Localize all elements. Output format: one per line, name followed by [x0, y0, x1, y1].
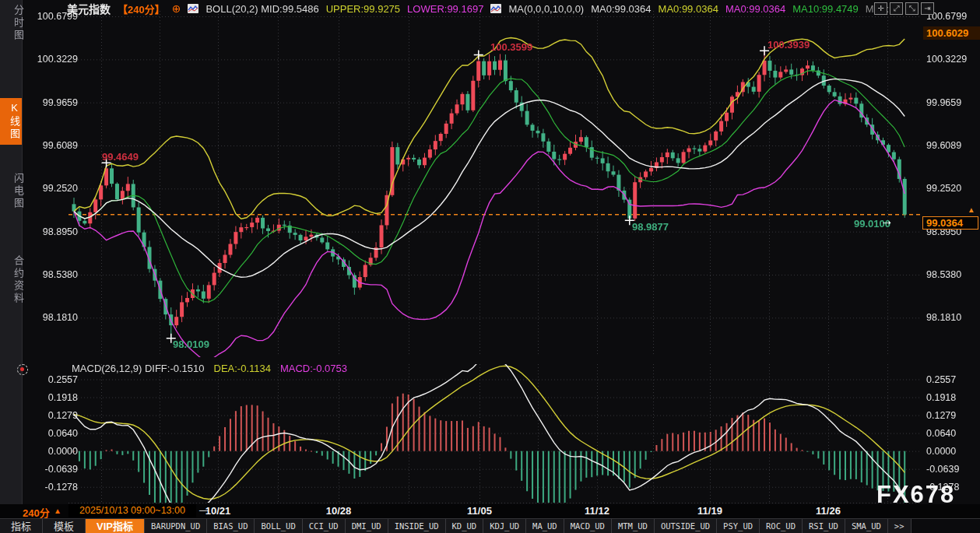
sidebar-item-contract-info[interactable]: 合约资料 — [4, 255, 26, 305]
tab-inside_ud[interactable]: INSIDE_UD — [388, 519, 446, 533]
macd-axis-label-right: 0.1918 — [926, 391, 979, 404]
price-axis-label-left: 98.8950 — [23, 226, 78, 238]
price-annotation: 98.0109 — [173, 338, 209, 350]
price-annotation: 98.9877 — [632, 221, 669, 233]
tab-outside_ud[interactable]: OUTSIDE_UD — [655, 519, 717, 533]
macd-axis-label-left: 0.0000 — [23, 445, 78, 458]
x-axis-label: 11/19 — [693, 505, 727, 517]
tab-ma_ud[interactable]: MA_UD — [526, 519, 564, 533]
tab->>[interactable]: >> — [888, 519, 912, 533]
x-axis-label: 11/05 — [462, 505, 497, 517]
tab-macd_ud[interactable]: MACD_UD — [564, 519, 612, 533]
tab-boll_ud[interactable]: BOLL_UD — [255, 519, 302, 533]
price-axis-label-left: 98.5380 — [23, 268, 78, 281]
tab-dmi_ud[interactable]: DMI_UD — [346, 519, 388, 533]
macd-header: MACD(26,12,9) DIFF:-0.1510 DEA:-0.1134 M… — [72, 363, 347, 374]
boll-lower-value: LOWER:99.1697 — [407, 3, 483, 15]
macd-axis-label-left: 0.1279 — [23, 409, 78, 422]
tab-rsi_ud[interactable]: RSI_UD — [803, 519, 845, 533]
x-axis-label: 11/26 — [811, 505, 845, 517]
x-axis-strip: 240分 ▲ 2025/10/13 09:00~13:00 — 10/2110/… — [0, 504, 980, 518]
tab-barupdn_ud[interactable]: BARUPDN_UD — [145, 519, 207, 533]
price-macd-chart-canvas[interactable] — [0, 0, 980, 533]
trading-terminal: 分时图K线图闪电图合约资料 美元指数 【240分】 ⊕ BOLL(20,2) M… — [0, 0, 980, 533]
indicator-settings-icon[interactable] — [17, 364, 28, 375]
tab-[interactable]: 指标 — [0, 519, 43, 533]
chart-type-sidebar: 分时图K线图闪电图合约资料 — [0, 0, 23, 504]
x-axis-label: 11/12 — [580, 505, 614, 517]
macd-axis-label-left: 0.1918 — [23, 391, 78, 404]
price-axis-label-right: 99.9659 — [926, 96, 979, 109]
boll-upper-value: UPPER:99.9275 — [326, 3, 400, 15]
macd-dea-value: DEA:-0.1134 — [214, 363, 271, 374]
tab-roc_ud[interactable]: ROC_UD — [760, 519, 803, 533]
price-axis-label-right: 100.6799 — [926, 10, 979, 23]
macd-axis-label-right: 0.0640 — [926, 427, 979, 440]
price-annotation: 100.3939 — [767, 39, 810, 51]
price-axis-label-left: 100.3229 — [23, 53, 78, 65]
macd-axis-label-right: 0.2557 — [926, 373, 979, 386]
macd-axis-label-right: 0.0000 — [926, 445, 979, 458]
window-toolbar: ✛⤢⤡⇥ — [874, 2, 934, 15]
x-axis-label: 10/28 — [321, 505, 356, 517]
price-axis-label-right: 99.2520 — [926, 182, 979, 195]
tab-[interactable]: 模板 — [43, 519, 86, 533]
ma0-value-white: MA0:99.0364 — [591, 3, 651, 15]
tab-psy_ud[interactable]: PSY_UD — [717, 519, 760, 533]
detach-icon[interactable]: ⇥ — [921, 2, 934, 15]
macd-axis-label-right: 0.1279 — [926, 409, 979, 422]
period-label: 【240分】 — [118, 2, 165, 16]
ma0-value-magenta: MA0:99.0364 — [725, 3, 785, 15]
macd-axis-label-left: -0.0639 — [23, 463, 78, 475]
first-bar-datetime: 2025/10/13 09:00~13:00 — [68, 504, 196, 517]
sidebar-item-flash-chart[interactable]: 闪电图 — [4, 173, 26, 210]
tab-vip[interactable]: VIP指标 — [86, 519, 145, 533]
price-axis-label-left: 99.9659 — [23, 96, 78, 109]
tab-mtm_ud[interactable]: MTM_UD — [612, 519, 655, 533]
price-axis-label-right: 98.1810 — [926, 311, 979, 324]
ma-params: MA(0,0,0,10,0,0) — [508, 3, 584, 15]
price-axis-label-right: 99.6089 — [926, 139, 979, 152]
pan-icon[interactable]: ✛ — [874, 2, 887, 15]
macd-axis-label-left: -0.1278 — [23, 481, 78, 493]
add-indicator-icon[interactable]: ⊕ — [172, 2, 181, 15]
tab-kdj_ud[interactable]: KDJ_UD — [483, 519, 526, 533]
macd-axis-label-right: -0.0639 — [926, 463, 979, 475]
scale-x-icon[interactable]: ⤡ — [905, 2, 919, 15]
upper-band-price-badge: 100.6029 — [923, 26, 980, 40]
boll-chart-icon[interactable] — [188, 4, 198, 13]
symbol-title: 美元指数 — [67, 1, 111, 16]
price-axis-label-right: 100.3229 — [926, 53, 979, 65]
macd-diff-value: MACD(26,12,9) DIFF:-0.1510 — [72, 363, 205, 374]
sidebar-item-time-chart[interactable]: 分时图 — [4, 5, 26, 42]
period-dropdown-icon[interactable]: ▲ — [54, 507, 61, 515]
last-price-arrow-icon: → — [880, 213, 894, 229]
price-axis-label-left: 99.6089 — [23, 139, 78, 152]
tab-sma_ud[interactable]: SMA_UD — [845, 519, 888, 533]
last-price-badge: 99.0364 — [922, 216, 978, 230]
boll-values: BOLL(20,2) MID:99.5486 — [205, 3, 318, 15]
price-axis-label-right: 98.5380 — [926, 268, 979, 281]
sidebar-item-kline-chart[interactable]: K线图 — [0, 98, 22, 145]
price-axis-label-left: 98.1810 — [23, 311, 78, 324]
brand-watermark: FX678 — [876, 481, 955, 509]
tab-kd_ud[interactable]: KD_UD — [446, 519, 484, 533]
ma-chart-icon[interactable] — [490, 4, 501, 13]
price-alert-icon[interactable]: ▲ — [968, 205, 975, 214]
macd-value: MACD:-0.0753 — [280, 363, 347, 374]
tab-bias_ud[interactable]: BIAS_UD — [207, 519, 255, 533]
macd-axis-label-left: 0.2557 — [23, 373, 78, 386]
price-annotation: 99.4649 — [102, 151, 139, 163]
price-annotation: 100.3599 — [490, 41, 532, 53]
indicator-tabbar: 指标模板VIP指标BARUPDN_UDBIAS_UDBOLL_UDCCI_UDD… — [0, 518, 980, 533]
tab-cci_ud[interactable]: CCI_UD — [303, 519, 346, 533]
indicator-header: 美元指数 【240分】 ⊕ BOLL(20,2) MID:99.5486 UPP… — [67, 0, 894, 17]
price-axis-label-left: 99.2520 — [23, 182, 78, 195]
x-axis-label: 10/21 — [201, 505, 235, 517]
ma0-value-yellow: MA0:99.0364 — [659, 3, 718, 15]
ma10-value: MA10:99.4749 — [792, 3, 859, 15]
macd-axis-label-left: 0.0640 — [23, 427, 78, 440]
scale-y-icon[interactable]: ⤢ — [890, 2, 903, 15]
